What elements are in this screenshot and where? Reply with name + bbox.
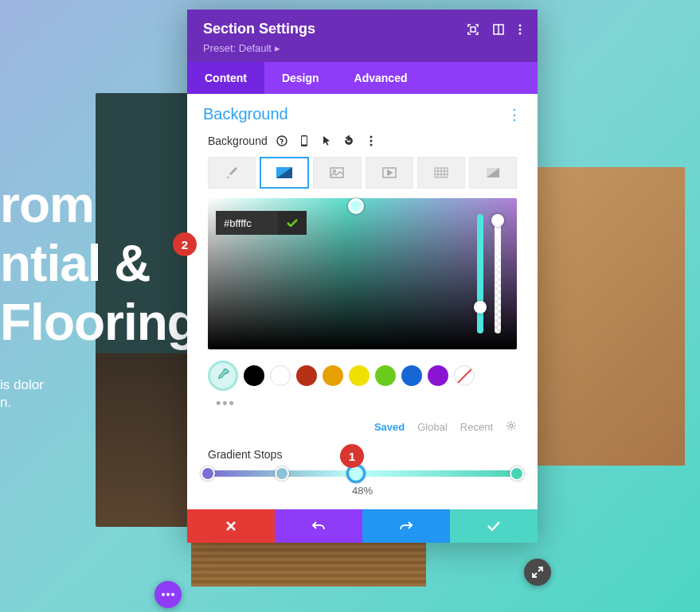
eyedropper-button[interactable] <box>208 361 238 391</box>
hue-handle[interactable] <box>474 301 487 314</box>
svg-point-19 <box>162 593 165 596</box>
alpha-handle[interactable] <box>491 214 504 227</box>
saturation-cursor[interactable] <box>348 198 364 214</box>
save-button[interactable] <box>450 509 538 543</box>
bg-type-color[interactable] <box>208 157 256 189</box>
svg-rect-8 <box>302 137 307 145</box>
swatch-none[interactable] <box>454 365 475 386</box>
svg-point-14 <box>334 170 336 173</box>
menu-fab[interactable] <box>154 581 182 608</box>
svg-point-10 <box>370 140 372 142</box>
section-settings-panel: Section Settings Preset: Default ▸ Conte… <box>187 10 538 543</box>
palette-settings-icon[interactable] <box>506 420 517 434</box>
panel-header: Section Settings Preset: Default ▸ <box>187 10 538 62</box>
svg-point-11 <box>370 144 372 146</box>
preset-selector[interactable]: Preset: Default ▸ <box>203 42 522 54</box>
palette-tab-saved[interactable]: Saved <box>374 421 405 433</box>
cursor-icon[interactable] <box>319 133 334 149</box>
swatch-green[interactable] <box>375 365 396 386</box>
bg-type-image[interactable] <box>313 157 361 189</box>
color-saturation-area[interactable] <box>208 198 517 349</box>
color-swatches <box>187 349 538 394</box>
swatch-blue[interactable] <box>401 365 422 386</box>
gradient-track[interactable] <box>208 470 517 477</box>
svg-point-21 <box>171 593 174 596</box>
tab-design[interactable]: Design <box>264 62 337 94</box>
phone-icon[interactable] <box>296 133 312 149</box>
hex-confirm-button[interactable] <box>278 211 307 235</box>
svg-point-5 <box>519 32 522 34</box>
svg-rect-0 <box>471 27 475 32</box>
palette-tab-global[interactable]: Global <box>417 421 448 433</box>
hue-slider[interactable] <box>477 214 483 333</box>
focus-icon[interactable] <box>467 24 479 35</box>
panel-tabs: Content Design Advanced <box>187 62 538 94</box>
svg-point-9 <box>370 136 372 138</box>
hex-input[interactable] <box>216 211 278 235</box>
panel-body: Background ⋮ Background <box>187 94 538 509</box>
more-icon[interactable] <box>518 24 522 35</box>
annotation-badge-2: 2 <box>173 232 197 256</box>
hero-line-1: rom <box>0 175 197 234</box>
columns-icon[interactable] <box>493 24 504 35</box>
undo-button[interactable] <box>275 509 362 543</box>
svg-point-20 <box>166 593 170 596</box>
bg-type-video[interactable] <box>366 157 413 189</box>
alpha-slider[interactable] <box>495 214 501 333</box>
swatch-purple[interactable] <box>428 365 448 386</box>
svg-point-3 <box>519 24 522 26</box>
palette-tab-recent[interactable]: Recent <box>460 421 493 433</box>
reset-icon[interactable] <box>341 133 357 149</box>
gradient-percent: 48% <box>187 481 538 509</box>
panel-title: Section Settings <box>203 21 315 37</box>
hero-heading: rom ntial & Flooring <box>0 175 197 352</box>
bg-type-gradient[interactable] <box>260 157 309 189</box>
hero-subtext: is dolor n. <box>0 376 44 411</box>
more-swatches[interactable]: ••• <box>187 394 538 419</box>
svg-point-18 <box>510 424 513 427</box>
gradient-stop-24[interactable] <box>275 466 289 481</box>
bg-type-mask[interactable] <box>469 157 517 189</box>
cancel-button[interactable] <box>187 509 275 543</box>
bg-type-pattern[interactable] <box>417 157 465 189</box>
hero-line-3: Flooring <box>0 293 197 352</box>
swatch-white[interactable] <box>270 365 291 386</box>
background-field-label: Background <box>208 134 268 147</box>
swatch-orange[interactable] <box>323 365 343 386</box>
swatch-yellow[interactable] <box>349 365 370 386</box>
panel-footer <box>187 509 538 543</box>
expand-fab[interactable] <box>524 559 551 586</box>
background-type-tabs <box>187 157 538 198</box>
tab-content[interactable]: Content <box>187 62 264 94</box>
palette-tabs: Saved Global Recent <box>187 419 538 445</box>
gradient-stop-0[interactable] <box>201 466 215 481</box>
background-photo-right <box>530 167 685 466</box>
svg-point-4 <box>519 28 522 30</box>
swatch-red[interactable] <box>296 365 317 386</box>
hero-line-2: ntial & <box>0 234 197 293</box>
annotation-badge-1: 1 <box>340 444 364 468</box>
swatch-black[interactable] <box>244 365 264 386</box>
gradient-stop-100[interactable] <box>510 466 524 481</box>
background-section-title[interactable]: Background <box>203 105 288 123</box>
redo-button[interactable] <box>362 509 450 543</box>
field-more-icon[interactable] <box>363 133 379 149</box>
section-menu-icon[interactable]: ⋮ <box>507 106 522 123</box>
tab-advanced[interactable]: Advanced <box>337 62 425 94</box>
help-icon[interactable] <box>274 133 290 149</box>
